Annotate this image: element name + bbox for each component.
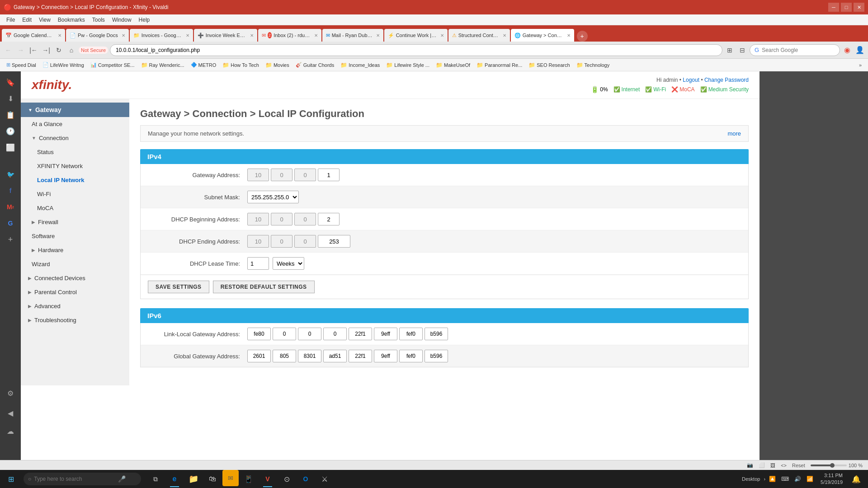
- menu-view[interactable]: View: [35, 16, 54, 24]
- nav-wifi[interactable]: Wi-Fi: [21, 187, 129, 201]
- bookmark-guitar[interactable]: 🎸 Guitar Chords: [293, 61, 337, 69]
- chrome-taskbar-btn[interactable]: ⊙: [278, 470, 296, 488]
- restore-defaults-btn[interactable]: RESTORE DEFAULT SETTINGS: [213, 281, 315, 293]
- global-0[interactable]: [247, 350, 271, 362]
- forward-btn[interactable]: →: [15, 45, 26, 56]
- nav-advanced[interactable]: ▶ Advanced: [21, 299, 129, 313]
- bookmark-paranormal[interactable]: 📁 Paranormal Re...: [474, 61, 525, 69]
- maximize-btn[interactable]: □: [841, 3, 852, 12]
- dhcp-end-2[interactable]: [294, 235, 316, 248]
- store-btn[interactable]: 🛍: [203, 470, 222, 488]
- logout-link[interactable]: Logout: [683, 77, 699, 83]
- global-5[interactable]: [374, 350, 397, 362]
- gateway-addr-2[interactable]: [294, 169, 316, 181]
- nav-wizard[interactable]: Wizard: [21, 257, 129, 271]
- mic-icon[interactable]: 🎤: [118, 475, 126, 483]
- gateway-addr-1[interactable]: [271, 169, 292, 181]
- sidebar-facebook-icon[interactable]: f: [3, 183, 18, 198]
- dhcp-begin-3[interactable]: [318, 213, 340, 225]
- dhcp-lease-value[interactable]: [247, 257, 269, 270]
- menu-edit[interactable]: Edit: [19, 16, 35, 24]
- tab-inv-close[interactable]: ✕: [186, 33, 189, 38]
- save-settings-btn[interactable]: SAVE SETTINGS: [148, 281, 209, 293]
- tab-inbox[interactable]: ✉ 2 Inbox (2) - rdube02@g... ✕: [258, 29, 321, 42]
- nav-xfinity-network[interactable]: XFINITY Network: [21, 159, 129, 173]
- vivaldi-taskbar-btn[interactable]: V: [259, 470, 277, 488]
- sidebar-google-icon[interactable]: G: [3, 216, 18, 230]
- nav-gateway[interactable]: ▼ Gateway: [21, 103, 129, 117]
- image-icon[interactable]: 🖼: [770, 463, 775, 468]
- dhcp-begin-1[interactable]: [271, 213, 292, 225]
- link-local-3[interactable]: [323, 328, 347, 340]
- tab-workflow[interactable]: ⚡ Continue Work | Flow ✕: [384, 29, 448, 42]
- menu-help[interactable]: Help: [135, 16, 154, 24]
- link-local-0[interactable]: [247, 328, 271, 340]
- dhcp-end-0[interactable]: [247, 235, 269, 248]
- tab-inv[interactable]: 📁 Invoices - Google Drive ✕: [130, 29, 193, 42]
- task-view-btn[interactable]: ⧉: [146, 470, 165, 488]
- link-local-7[interactable]: [425, 328, 448, 340]
- profile-btn[interactable]: 👤: [854, 45, 865, 56]
- game-btn[interactable]: ⚔: [316, 470, 334, 488]
- bookmark-technology[interactable]: 📁 Technology: [574, 61, 613, 69]
- bookmark-lifewirestyle[interactable]: 📁 Lifewire Style ...: [383, 61, 432, 69]
- tab-gateway-close[interactable]: ✕: [567, 33, 571, 38]
- sidebar-notes-icon[interactable]: 📋: [3, 108, 18, 122]
- global-4[interactable]: [349, 350, 372, 362]
- bookmark-seo[interactable]: 📁 SEO Research: [526, 61, 572, 69]
- tab-mail[interactable]: ✉ Mail - Ryan Dube - Outl... ✕: [322, 29, 383, 42]
- sidebar-history-icon[interactable]: 🕐: [3, 124, 18, 138]
- bookmark-speeddial[interactable]: ⊞ Speed Dial: [4, 61, 39, 69]
- tab-sce-close[interactable]: ✕: [503, 33, 506, 38]
- dhcp-end-1[interactable]: [271, 235, 292, 248]
- nav-moca[interactable]: MoCA: [21, 201, 129, 215]
- phone-btn[interactable]: 📱: [240, 470, 258, 488]
- start-button[interactable]: ⊞: [0, 470, 22, 488]
- edge-btn[interactable]: e: [165, 470, 184, 488]
- bookmark-ray[interactable]: 📁 Ray Wenderic...: [138, 61, 187, 69]
- search-input[interactable]: [762, 47, 825, 53]
- speed-dial-btn[interactable]: ◉: [842, 45, 853, 56]
- up-arrow-icon[interactable]: 🔼: [767, 475, 778, 483]
- explorer-btn[interactable]: 📁: [184, 470, 203, 488]
- global-2[interactable]: [298, 350, 321, 362]
- reader-mode-btn[interactable]: ⊟: [737, 45, 748, 56]
- sidebar-add-panel-icon[interactable]: +: [3, 232, 18, 247]
- window-icon[interactable]: ⬜: [759, 462, 765, 468]
- tab-pw-close[interactable]: ✕: [122, 33, 125, 38]
- menu-window[interactable]: Window: [108, 16, 135, 24]
- sidebar-tabs-icon[interactable]: ⬜: [3, 140, 18, 155]
- taskbar-search-input[interactable]: [34, 476, 115, 482]
- close-btn[interactable]: ✕: [854, 3, 864, 12]
- tab-mail-close[interactable]: ✕: [376, 33, 380, 38]
- tab-invweek-close[interactable]: ✕: [250, 33, 254, 38]
- link-local-4[interactable]: [349, 328, 372, 340]
- gateway-addr-0[interactable]: [247, 169, 269, 181]
- home-btn[interactable]: ⌂: [66, 45, 77, 56]
- tab-invweek[interactable]: ➕ Invoice Week Ending: 5/... ✕: [194, 29, 257, 42]
- sidebar-collapse-icon[interactable]: ◀: [3, 406, 18, 420]
- new-tab-btn[interactable]: +: [577, 31, 588, 42]
- subnet-mask-select[interactable]: 255.255.255.0 255.255.0.0 255.0.0.0: [247, 191, 299, 203]
- minimize-btn[interactable]: ─: [828, 3, 839, 12]
- link-local-5[interactable]: [374, 328, 397, 340]
- menu-file[interactable]: File: [3, 16, 19, 24]
- tab-pw[interactable]: 📄 Pw - Google Docs ✕: [66, 29, 129, 42]
- sidebar-twitter-icon[interactable]: 🐦: [3, 167, 18, 182]
- bookmark-movies[interactable]: 📁 Movies: [263, 61, 292, 69]
- menu-bookmarks[interactable]: Bookmarks: [54, 16, 89, 24]
- address-input[interactable]: [110, 44, 722, 56]
- global-1[interactable]: [273, 350, 296, 362]
- tab-gateway[interactable]: 🌐 Gateway > Connection ✕: [511, 29, 574, 42]
- nav-software[interactable]: Software: [21, 229, 129, 243]
- volume-icon[interactable]: 🔊: [793, 475, 803, 483]
- dhcp-begin-0[interactable]: [247, 213, 269, 225]
- bookmark-howtotech[interactable]: 📁 How To Tech: [220, 61, 262, 69]
- global-3[interactable]: [323, 350, 347, 362]
- network-icon[interactable]: 📶: [805, 475, 815, 483]
- tab-sce[interactable]: ⚠ Structured Content Edit ✕: [448, 29, 510, 42]
- bookmark-income[interactable]: 📁 Income_Ideas: [338, 61, 382, 69]
- gateway-addr-3[interactable]: [318, 169, 340, 181]
- bookmark-lifewire[interactable]: 📄 LifeWire Writng: [40, 61, 87, 69]
- link-local-1[interactable]: [273, 328, 296, 340]
